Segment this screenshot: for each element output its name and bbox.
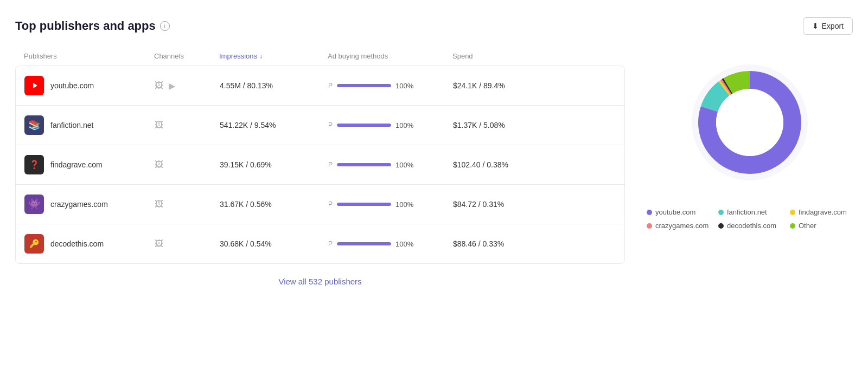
publisher-icon [24, 76, 44, 95]
impressions-value: 30.68K / 0.54% [220, 239, 328, 248]
col-ad-buying: Ad buying methods [328, 52, 452, 60]
channels-cell: 🖼 [155, 239, 220, 249]
ad-pct-label: 100% [395, 200, 413, 209]
image-channel-icon: 🖼 [155, 199, 163, 209]
donut-chart [679, 52, 820, 193]
legend-dot [718, 210, 724, 215]
channels-cell: 🖼 ▶ [155, 81, 220, 91]
export-button[interactable]: ⬇ Export [803, 17, 853, 35]
legend-label: fanfiction.net [727, 208, 767, 216]
progress-bar-fill [337, 84, 391, 87]
progress-bar [337, 163, 391, 166]
publisher-name: decodethis.com [50, 239, 104, 248]
col-spend: Spend [452, 52, 550, 60]
ad-pct-label: 100% [395, 121, 413, 129]
table-row: youtube.com 🖼 ▶ 4.55M / 80.13% P 100% $2… [16, 66, 624, 106]
ad-buying-cell: P 100% [328, 200, 453, 209]
info-icon[interactable]: i [160, 21, 170, 31]
col-channels: Channels [154, 52, 219, 60]
publisher-cell: youtube.com [24, 76, 155, 95]
progress-bar [337, 84, 391, 87]
table-row: 📚 fanfiction.net 🖼 541.22K / 9.54% P 100… [16, 106, 624, 145]
export-download-icon: ⬇ [812, 22, 819, 30]
legend-label: decodethis.com [727, 222, 776, 230]
legend-label: findagrave.com [799, 208, 847, 216]
progress-bar-fill [337, 203, 391, 206]
legend-dot [790, 210, 795, 215]
legend-item: findagrave.com [790, 208, 853, 216]
ad-buying-cell: P 100% [328, 121, 453, 129]
p-badge: P [328, 240, 333, 248]
spend-value: $24.1K / 89.4% [453, 81, 551, 90]
col-impressions[interactable]: Impressions ↓ [219, 52, 328, 60]
channels-cell: 🖼 [155, 120, 220, 130]
progress-bar [337, 203, 391, 206]
legend-dot [718, 223, 724, 229]
impressions-value: 31.67K / 0.56% [220, 200, 328, 209]
publisher-cell: 🔑 decodethis.com [24, 234, 155, 254]
table-row: ❓ findagrave.com 🖼 39.15K / 0.69% P 100%… [16, 145, 624, 185]
p-badge: P [328, 161, 333, 168]
image-channel-icon: 🖼 [155, 81, 163, 90]
legend-label: crazygames.com [655, 222, 709, 230]
impressions-value: 4.55M / 80.13% [220, 81, 328, 90]
ad-buying-cell: P 100% [328, 161, 453, 169]
p-badge: P [328, 121, 333, 129]
chart-legend: youtube.com fanfiction.net findagrave.co… [647, 208, 853, 230]
legend-item: Other [790, 222, 853, 230]
view-all-wrap: View all 532 publishers [15, 277, 625, 287]
publisher-icon: ❓ [24, 155, 44, 174]
ad-pct-label: 100% [395, 82, 413, 90]
publisher-cell: 📚 fanfiction.net [24, 115, 155, 135]
channels-cell: 🖼 [155, 199, 220, 209]
publisher-icon: 🔑 [24, 234, 44, 254]
view-all-link[interactable]: View all 532 publishers [278, 277, 361, 286]
legend-item: decodethis.com [718, 222, 781, 230]
legend-item: fanfiction.net [718, 208, 781, 216]
legend-dot [647, 210, 652, 215]
progress-bar-fill [337, 163, 391, 166]
ad-pct-label: 100% [395, 161, 413, 169]
legend-item: youtube.com [647, 208, 710, 216]
ad-buying-cell: P 100% [328, 240, 453, 248]
legend-dot [647, 223, 652, 229]
progress-bar [337, 124, 391, 127]
svg-point-3 [716, 89, 783, 156]
legend-item: crazygames.com [647, 222, 710, 230]
spend-value: $102.40 / 0.38% [453, 160, 551, 169]
publisher-cell: 👾 crazygames.com [24, 195, 155, 214]
legend-label: Other [799, 222, 816, 230]
publishers-table: youtube.com 🖼 ▶ 4.55M / 80.13% P 100% $2… [15, 66, 625, 264]
publisher-cell: ❓ findagrave.com [24, 155, 155, 174]
ad-buying-cell: P 100% [328, 82, 453, 90]
publisher-name: fanfiction.net [50, 121, 93, 129]
page-title: Top publishers and apps [15, 19, 156, 33]
image-channel-icon: 🖼 [155, 239, 163, 249]
publisher-name: youtube.com [50, 81, 94, 90]
main-content: Publishers Channels Impressions ↓ Ad buy… [15, 52, 853, 287]
video-channel-icon: ▶ [169, 81, 175, 91]
spend-value: $1.37K / 5.08% [453, 121, 551, 129]
p-badge: P [328, 82, 333, 89]
col-publishers: Publishers [24, 52, 154, 60]
legend-label: youtube.com [655, 208, 695, 216]
p-badge: P [328, 200, 333, 208]
page-header: Top publishers and apps i ⬇ Export [15, 17, 853, 35]
sort-arrow-icon: ↓ [259, 53, 263, 60]
image-channel-icon: 🖼 [155, 160, 163, 170]
image-channel-icon: 🖼 [155, 120, 163, 130]
progress-bar [337, 242, 391, 245]
legend-dot [790, 223, 795, 229]
publisher-name: crazygames.com [50, 200, 108, 209]
publisher-icon: 📚 [24, 115, 44, 135]
spend-value: $84.72 / 0.31% [453, 200, 551, 209]
title-wrap: Top publishers and apps i [15, 19, 170, 33]
ad-pct-label: 100% [395, 240, 413, 248]
table-section: Publishers Channels Impressions ↓ Ad buy… [15, 52, 625, 287]
donut-svg [679, 52, 820, 193]
spend-value: $88.46 / 0.33% [453, 239, 551, 248]
publisher-icon: 👾 [24, 195, 44, 214]
progress-bar-fill [337, 242, 391, 245]
publisher-name: findagrave.com [50, 160, 103, 169]
table-row: 👾 crazygames.com 🖼 31.67K / 0.56% P 100%… [16, 185, 624, 224]
